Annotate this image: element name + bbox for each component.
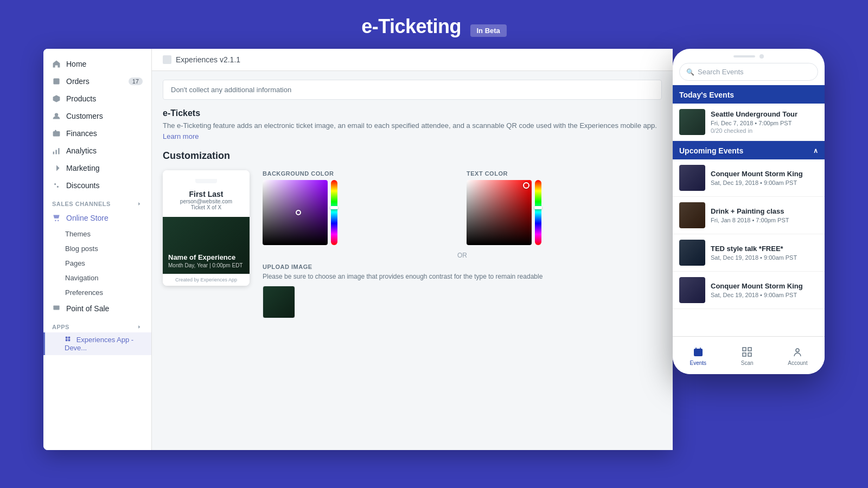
event-name-upcoming-2: Drink + Painting class [711, 207, 818, 216]
sidebar-item-home[interactable]: Home [43, 55, 151, 73]
sidebar: Home Orders 17 Products Customers Financ… [43, 49, 152, 450]
svg-rect-11 [66, 337, 68, 339]
learn-more-link[interactable]: Learn more [163, 132, 199, 140]
phone-speaker-bar [733, 55, 755, 57]
apps-chevron-icon [136, 324, 143, 330]
event-info-upcoming-2: Drink + Painting class Fri, Jan 8 2018 •… [711, 207, 818, 224]
event-info-upcoming-1: Conquer Mount Storm King Sat, Dec 19, 20… [711, 170, 818, 187]
sidebar-item-analytics[interactable]: Analytics [43, 142, 151, 159]
phone-search-bar[interactable]: 🔍 Search Events [679, 63, 818, 81]
sidebar-item-finances[interactable]: Finances [43, 125, 151, 142]
admin-panel: Home Orders 17 Products Customers Financ… [43, 49, 673, 450]
info-bar: Don't collect any additional information [163, 80, 662, 100]
events-nav-label: Events [690, 360, 707, 366]
home-icon [52, 60, 61, 68]
svg-point-8 [55, 220, 56, 221]
content-area: Experiences v2.1.1 Don't collect any add… [152, 49, 673, 450]
sidebar-item-customers[interactable]: Customers [43, 107, 151, 125]
content-header-icon [163, 55, 171, 64]
event-checkin-today-1: 0/20 checked in [711, 127, 818, 134]
text-color-picker[interactable] [467, 180, 532, 245]
color-pickers-row: BACKGROUND COLOR [263, 170, 662, 245]
event-name-upcoming-1: Conquer Mount Storm King [711, 170, 818, 179]
ticket-event-name: Name of Experience [168, 253, 244, 262]
ticket-event-date: Month Day, Year | 0:00pm EDT [168, 262, 244, 268]
svg-rect-15 [694, 349, 703, 356]
etickets-title: e-Tickets [163, 108, 662, 118]
phone-speaker [673, 49, 825, 59]
pos-icon [52, 304, 61, 313]
scan-nav-label: Scan [741, 360, 754, 366]
event-item-upcoming-4[interactable]: Conquer Mount Storm King Sat, Dec 19, 20… [673, 272, 825, 309]
svg-rect-0 [53, 78, 59, 84]
sidebar-item-discounts[interactable]: Discounts [43, 177, 151, 194]
nav-item-events[interactable]: Events [690, 345, 707, 366]
ticket-info: Ticket X of X [169, 204, 243, 210]
sidebar-item-products[interactable]: Products [43, 90, 151, 107]
sidebar-sub-pages[interactable]: Pages [43, 256, 151, 271]
text-color-group: TEXT COLOR [467, 170, 662, 245]
search-placeholder: Search Events [698, 68, 744, 76]
ticket-image: Name of Experience Month Day, Year | 0:0… [163, 217, 250, 274]
sidebar-sub-blog[interactable]: Blog posts [43, 241, 151, 256]
event-item-upcoming-2[interactable]: Drink + Painting class Fri, Jan 8 2018 •… [673, 197, 825, 234]
sidebar-item-experiences-app[interactable]: Experiences App - Deve... [43, 332, 151, 355]
content-body: Don't collect any additional information… [152, 71, 673, 327]
customers-icon [52, 112, 61, 120]
background-color-group: BACKGROUND COLOR [263, 170, 458, 245]
text-color-label: TEXT COLOR [467, 170, 662, 177]
svg-rect-13 [66, 339, 68, 342]
sidebar-item-marketing[interactable]: Marketing [43, 159, 151, 177]
ticket-preview: First Last person@website.com Ticket X o… [163, 170, 250, 286]
sidebar-sub-themes[interactable]: Themes [43, 227, 151, 241]
nav-item-scan[interactable]: Scan [741, 345, 754, 366]
svg-rect-12 [68, 337, 71, 339]
event-meta-today-1: Fri, Dec 7, 2018 • 7:00pm PST [711, 120, 818, 126]
phone: 🔍 Search Events Today's Events Seattle U… [673, 49, 825, 374]
svg-point-7 [57, 186, 59, 188]
scan-nav-icon [741, 345, 754, 358]
svg-rect-10 [53, 305, 59, 310]
svg-point-6 [54, 183, 56, 185]
nav-item-account[interactable]: Account [788, 345, 807, 366]
sidebar-item-online-store[interactable]: Online Store [43, 209, 151, 227]
phone-bottom-nav: Events Scan Account [673, 336, 825, 374]
svg-rect-3 [53, 152, 54, 155]
events-nav-icon [692, 345, 705, 358]
todays-events-header: Today's Events [673, 85, 825, 104]
online-store-icon [52, 214, 61, 222]
bg-color-picker[interactable] [263, 180, 328, 245]
ticket-footer: Created by Experiences App [163, 274, 250, 286]
bg-color-slider[interactable] [331, 180, 337, 245]
svg-rect-18 [743, 353, 746, 356]
event-name-upcoming-3: TED style talk *FREE* [711, 245, 818, 254]
phone-container: 🔍 Search Events Today's Events Seattle U… [673, 49, 825, 450]
text-slider-handle [534, 206, 542, 209]
ticket-notch [195, 179, 217, 183]
marketing-icon [52, 164, 61, 172]
event-item-today-1[interactable]: Seattle Underground Tour Fri, Dec 7, 201… [673, 104, 825, 141]
event-item-upcoming-3[interactable]: TED style talk *FREE* Sat, Dec 19, 2018 … [673, 234, 825, 272]
sidebar-sub-navigation[interactable]: Navigation [43, 271, 151, 285]
svg-rect-16 [743, 348, 746, 351]
event-item-upcoming-1[interactable]: Conquer Mount Storm King Sat, Dec 19, 20… [673, 159, 825, 197]
svg-point-1 [55, 113, 58, 116]
event-meta-upcoming-2: Fri, Jan 8 2018 • 7:00pm PST [711, 217, 818, 223]
bg-slider-handle [330, 206, 338, 209]
discounts-icon [52, 181, 61, 190]
event-thumb-today-1 [679, 109, 705, 135]
app-icon [65, 336, 71, 342]
sidebar-item-pos[interactable]: Point of Sale [43, 300, 151, 317]
bg-color-label: BACKGROUND COLOR [263, 170, 458, 177]
upload-thumb [263, 286, 295, 318]
sidebar-sub-preferences[interactable]: Preferences [43, 285, 151, 300]
event-meta-upcoming-3: Sat, Dec 19, 2018 • 9:00am PST [711, 254, 818, 261]
event-thumb-upcoming-1 [679, 165, 705, 191]
analytics-icon [52, 146, 61, 155]
products-icon [52, 94, 61, 103]
phone-camera [760, 54, 764, 59]
sidebar-item-orders[interactable]: Orders 17 [43, 73, 151, 90]
ticket-name: First Last [169, 190, 243, 198]
text-color-slider[interactable] [535, 180, 541, 245]
upload-label: UPLOAD IMAGE [263, 264, 662, 270]
